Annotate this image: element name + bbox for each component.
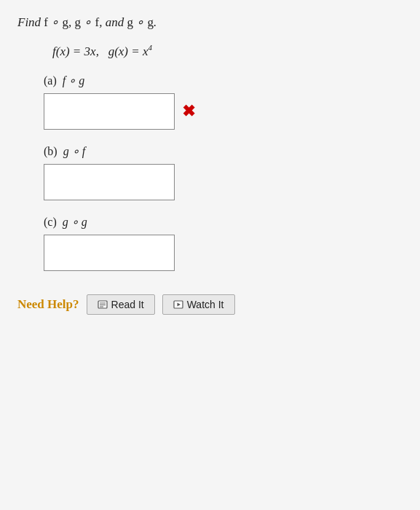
part-b: (b) g ∘ f — [44, 144, 403, 200]
part-c-label: (c) g ∘ g — [44, 215, 403, 229]
read-icon — [98, 299, 108, 310]
problem-statement: Find f ∘ g, g ∘ f, and g ∘ g. — [17, 15, 403, 30]
need-help-label: Need Help? — [17, 297, 79, 312]
part-b-label: (b) g ∘ f — [44, 144, 403, 158]
functions-line: f(x) = 3x, g(x) = x4 — [52, 43, 403, 59]
watch-it-label: Watch It — [187, 299, 224, 310]
read-it-button[interactable]: Read It — [87, 294, 155, 315]
watch-icon — [173, 299, 183, 310]
part-a: (a) f ∘ g ✖ — [44, 74, 403, 130]
part-a-input[interactable] — [44, 93, 175, 130]
part-b-input[interactable] — [44, 164, 175, 200]
part-c-input[interactable] — [44, 235, 175, 271]
footer: Need Help? Read It Watch It — [17, 294, 403, 315]
part-a-wrong-icon: ✖ — [182, 102, 195, 121]
part-c: (c) g ∘ g — [44, 215, 403, 271]
watch-it-button[interactable]: Watch It — [162, 294, 235, 315]
part-a-label: (a) f ∘ g — [44, 74, 403, 87]
read-it-label: Read It — [111, 299, 144, 310]
